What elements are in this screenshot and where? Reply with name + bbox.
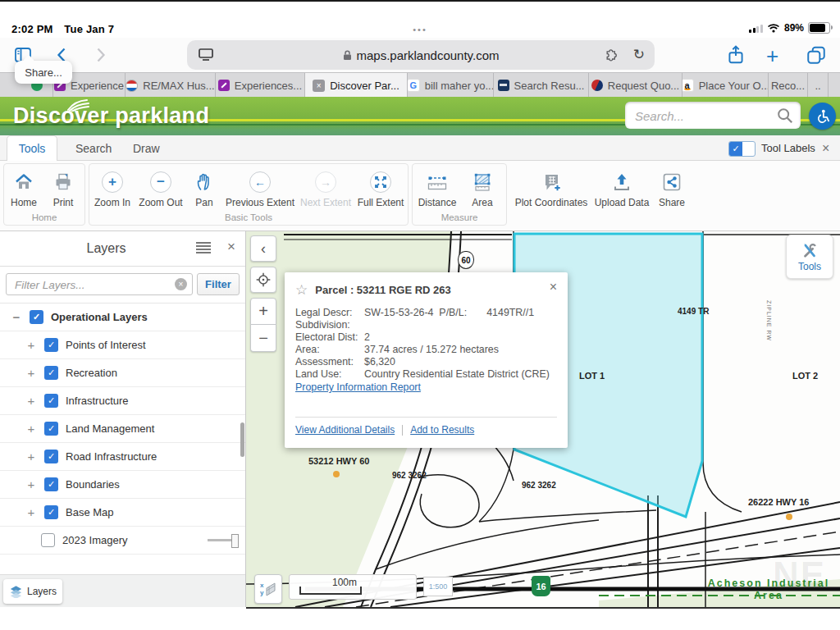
- property-information-report-link[interactable]: Property Information Report: [295, 381, 556, 393]
- new-tab-icon[interactable]: +: [766, 43, 778, 69]
- header-search-input[interactable]: [633, 105, 768, 126]
- expand-expander-icon[interactable]: +: [25, 394, 38, 408]
- forward-button-icon[interactable]: [90, 45, 110, 65]
- zoom-out-button[interactable]: − Zoom Out: [135, 168, 186, 208]
- slider-handle[interactable]: [231, 534, 239, 548]
- layer-checkbox-checked[interactable]: ✓: [44, 477, 58, 491]
- layer-label: Road Infrastructure: [66, 450, 157, 463]
- tab-close-icon[interactable]: ×: [313, 80, 325, 92]
- pan-button[interactable]: Pan: [186, 168, 222, 208]
- tabs-overview-icon[interactable]: [806, 44, 827, 66]
- popup-close-icon[interactable]: ×: [550, 280, 557, 294]
- site-logo[interactable]: Discover parkland: [13, 103, 209, 129]
- tab-request-quote[interactable]: Request Quo...: [589, 73, 682, 98]
- tab-label: Reco...: [771, 80, 805, 92]
- expand-expander-icon[interactable]: +: [25, 338, 38, 352]
- layer-row-recreation[interactable]: + ✓ Recreation: [0, 359, 245, 387]
- collapse-panel-button[interactable]: ‹: [250, 235, 276, 262]
- zoom-in-button[interactable]: + Zoom In: [89, 168, 135, 208]
- expand-expander-icon[interactable]: +: [25, 422, 38, 436]
- layer-row-infrastructure[interactable]: + ✓ Infrastructure: [0, 387, 245, 415]
- map-zoom-in-button[interactable]: +: [250, 298, 276, 325]
- layer-checkbox-checked[interactable]: ✓: [44, 450, 58, 463]
- menu-close-icon[interactable]: ×: [822, 135, 829, 161]
- full-extent-button[interactable]: Full Extent: [354, 168, 408, 208]
- layer-checkbox-checked[interactable]: ✓: [44, 366, 58, 380]
- area-button[interactable]: Area: [462, 168, 503, 208]
- layers-toggle-button[interactable]: Layers: [3, 579, 62, 604]
- clear-filter-icon[interactable]: ×: [175, 278, 187, 290]
- view-additional-details-link[interactable]: View Additional Details: [295, 424, 395, 436]
- share-tooltip: Share...: [15, 61, 72, 84]
- zoom-in-icon: +: [102, 171, 123, 193]
- expand-expander-icon[interactable]: +: [25, 366, 38, 380]
- tab-search-results[interactable]: Search Resu...: [494, 73, 589, 98]
- panel-close-icon[interactable]: ×: [227, 239, 235, 255]
- search-icon[interactable]: [776, 107, 794, 125]
- expand-expander-icon[interactable]: +: [25, 505, 38, 519]
- reload-icon[interactable]: ↻: [633, 46, 645, 63]
- expand-expander-icon[interactable]: +: [25, 477, 38, 491]
- layer-checkbox-unchecked[interactable]: [41, 533, 55, 547]
- favorite-star-icon[interactable]: ☆: [295, 281, 308, 299]
- collapse-expander-icon[interactable]: −: [10, 310, 23, 324]
- layer-row-operational[interactable]: − ✓ Operational Layers: [0, 304, 245, 331]
- menu-item-draw[interactable]: Draw: [133, 135, 160, 161]
- panel-scrollbar[interactable]: [240, 422, 244, 457]
- home-button[interactable]: Home: [4, 168, 43, 208]
- address-bar[interactable]: maps.parklandcounty.com ↻: [187, 40, 655, 70]
- layer-row-points-of-interest[interactable]: + ✓ Points of Interest: [0, 331, 245, 359]
- share-icon[interactable]: [725, 44, 746, 66]
- locate-me-button[interactable]: [250, 267, 276, 293]
- tool-labels-toggle[interactable]: ✓: [728, 141, 756, 157]
- previous-extent-button[interactable]: ← Previous Extent: [222, 168, 298, 208]
- layer-checkbox-checked[interactable]: ✓: [44, 505, 58, 519]
- distance-button[interactable]: Distance: [413, 168, 462, 208]
- upload-data-button[interactable]: Upload Data: [592, 168, 651, 208]
- road-962-3262-b: 962 3262: [522, 481, 556, 490]
- map-viewport[interactable]: NE 60 4149 TR LOT 1 LOT 2 53212 HWY 60 9…: [246, 231, 840, 609]
- layer-row-land-management[interactable]: + ✓ Land Management: [0, 415, 245, 443]
- tab-place-your-order[interactable]: a Place Your O...: [682, 73, 769, 98]
- layer-row-road-infrastructure[interactable]: + ✓ Road Infrastructure: [0, 443, 245, 471]
- layer-checkbox-checked[interactable]: ✓: [44, 394, 58, 408]
- footer-separator: [402, 425, 403, 436]
- tab-remax[interactable]: RE/MAX Hus...: [126, 73, 216, 98]
- locate-crosshair-icon: [255, 272, 272, 288]
- plot-coordinates-button[interactable]: Plot Coordinates: [512, 168, 591, 208]
- tab-experiences[interactable]: Experiences...: [216, 73, 305, 98]
- layer-row-2023-imagery[interactable]: 2023 Imagery: [0, 527, 245, 555]
- menu-item-search[interactable]: Search: [75, 135, 112, 161]
- panel-menu-icon[interactable]: [196, 242, 211, 253]
- layer-checkbox-checked[interactable]: ✓: [44, 338, 58, 352]
- menu-tab-tools[interactable]: Tools: [7, 135, 57, 161]
- share-map-button[interactable]: Share: [653, 168, 691, 208]
- tab-bill-maher[interactable]: G bill maher yo...: [408, 73, 494, 98]
- layer-label: Boundaries: [66, 478, 120, 491]
- extensions-puzzle-icon[interactable]: [604, 47, 620, 63]
- map-zoom-out-button[interactable]: −: [250, 325, 276, 352]
- filter-button[interactable]: Filter: [197, 273, 240, 295]
- filter-layers-input[interactable]: [13, 276, 164, 294]
- status-bar: 2:02 PM Tue Jan 7 ••• 89%: [0, 21, 840, 38]
- i-want-to-button[interactable]: I want to...: [246, 607, 340, 609]
- multitask-dots-icon: •••: [0, 25, 840, 34]
- print-button[interactable]: Print: [43, 168, 83, 208]
- map-tools-button[interactable]: Tools: [786, 235, 833, 279]
- layer-checkbox-checked[interactable]: ✓: [44, 422, 58, 436]
- share-map-icon: [661, 168, 682, 196]
- scale-ratio-input[interactable]: 1:500: [423, 577, 453, 596]
- layer-row-base-map[interactable]: + ✓ Base Map: [0, 499, 245, 527]
- tab-discover-parkland-active[interactable]: × Discover Par...: [305, 73, 408, 98]
- add-to-results-link[interactable]: Add to Results: [410, 424, 474, 436]
- expand-expander-icon[interactable]: +: [25, 450, 38, 463]
- accessibility-button[interactable]: [809, 103, 836, 130]
- tab-reco[interactable]: Reco...: [769, 73, 808, 98]
- layer-checkbox-checked[interactable]: ✓: [30, 310, 43, 324]
- transparency-slider[interactable]: [208, 539, 237, 541]
- full-extent-icon: [370, 171, 391, 193]
- layer-row-boundaries[interactable]: + ✓ Boundaries: [0, 471, 245, 499]
- tab-overflow[interactable]: ..: [808, 73, 829, 98]
- scale-bar-widget[interactable]: 100m: [289, 574, 417, 600]
- coordinates-widget-button[interactable]: x y: [254, 574, 282, 604]
